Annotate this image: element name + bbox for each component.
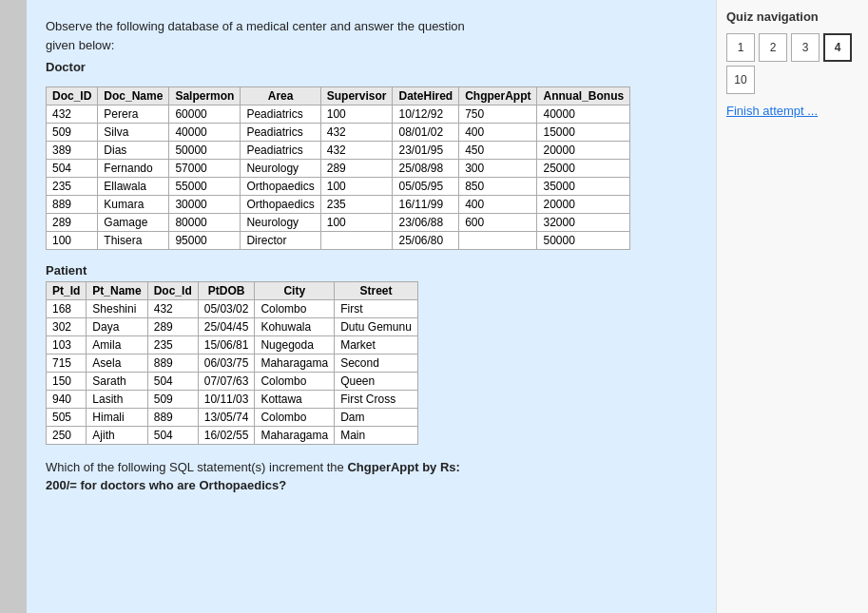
table-cell: 509 [147, 390, 198, 408]
table-cell: 40000 [169, 123, 241, 141]
nav-button-2[interactable]: 2 [759, 33, 787, 62]
table-cell: Maharagama [255, 426, 335, 444]
footer-q2: 200/= for doctors who are Orthopaedics? [46, 478, 286, 492]
table-row: 432Perera60000Peadiatrics10010/12/927504… [47, 105, 630, 123]
table-cell: 889 [147, 354, 198, 372]
table-cell: 95000 [169, 231, 241, 249]
table-cell: 25000 [537, 159, 630, 177]
table-cell: 432 [320, 123, 393, 141]
patient-col-header: PtDOB [198, 281, 255, 299]
table-cell: 15000 [537, 123, 630, 141]
table-cell: Himali [87, 408, 147, 426]
patient-col-header: Pt_Id [47, 281, 87, 299]
table-row: 889Kumara30000Orthopaedics23516/11/99400… [47, 195, 630, 213]
table-row: 235Ellawala55000Orthopaedics10005/05/958… [47, 177, 630, 195]
table-cell: 940 [47, 390, 87, 408]
table-cell: Kumara [98, 195, 169, 213]
table-row: 103Amila23515/06/81NugegodaMarket [47, 335, 418, 354]
doctor-col-header: DateHired [393, 86, 459, 105]
table-cell: Thisera [98, 231, 169, 249]
patient-col-header: Street [335, 281, 418, 299]
table-cell: 23/06/88 [393, 213, 459, 231]
table-row: 168Sheshini43205/03/02ColomboFirst [47, 299, 418, 317]
table-cell: 07/07/63 [198, 372, 255, 390]
nav-button-10[interactable]: 10 [726, 66, 755, 94]
table-cell: 06/03/75 [198, 354, 255, 372]
table-cell: 400 [459, 123, 537, 141]
table-row: 302Daya28925/04/45KohuwalaDutu Gemunu [47, 317, 418, 335]
table-cell: 289 [320, 159, 393, 177]
table-cell: Dias [98, 141, 169, 159]
table-cell: Dam [335, 408, 418, 426]
table-cell: 600 [459, 213, 537, 231]
table-row: 150Sarath50407/07/63ColomboQueen [47, 372, 418, 390]
table-cell: Colombo [255, 372, 335, 390]
nav-button-4[interactable]: 4 [823, 33, 852, 62]
table-cell: Main [335, 426, 418, 444]
table-cell: Lasith [87, 390, 147, 408]
quiz-nav-title: Quiz navigation [726, 10, 858, 24]
nav-button-3[interactable]: 3 [791, 33, 820, 62]
table-cell: 168 [47, 299, 87, 317]
table-cell: Ellawala [98, 177, 169, 195]
table-cell: 20000 [537, 195, 630, 213]
table-cell: 25/04/45 [198, 317, 255, 335]
nav-buttons: 123410 [726, 33, 858, 94]
table-cell: Gamage [98, 213, 169, 231]
table-row: 940Lasith50910/11/03KottawaFirst Cross [47, 390, 418, 408]
patient-col-header: Pt_Name [87, 281, 147, 299]
table-cell: First [335, 299, 418, 317]
table-cell: 432 [320, 141, 393, 159]
table-row: 250Ajith50416/02/55MaharagamaMain [47, 426, 418, 444]
table-cell: Kohuwala [255, 317, 335, 335]
table-cell: 103 [47, 335, 87, 354]
table-cell: 389 [47, 141, 98, 159]
table-cell: Sarath [87, 372, 147, 390]
table-cell: 250 [47, 426, 87, 444]
left-sidebar [0, 0, 27, 613]
footer-question: Which of the following SQL statement(s) … [46, 458, 697, 495]
table-cell: 05/05/95 [393, 177, 459, 195]
table-cell: Kottawa [255, 390, 335, 408]
table-cell: 432 [147, 299, 198, 317]
table-cell: 235 [147, 335, 198, 354]
main-content: Observe the following database of a medi… [27, 0, 716, 613]
table-cell: 432 [47, 105, 98, 123]
table-row: 509Silva40000Peadiatrics43208/01/0240015… [47, 123, 630, 141]
table-cell: Neurology [241, 159, 320, 177]
doctor-label: Doctor [46, 58, 697, 77]
table-cell: Dutu Gemunu [335, 317, 418, 335]
table-cell: 13/05/74 [198, 408, 255, 426]
table-cell: Asela [87, 354, 147, 372]
doctor-table: Doc_IDDoc_NameSalpermonAreaSupervisorDat… [46, 86, 630, 250]
table-cell: Nugegoda [255, 335, 335, 354]
table-cell [320, 231, 393, 249]
table-cell: Sheshini [87, 299, 147, 317]
table-cell: 08/01/02 [393, 123, 459, 141]
question-intro: Observe the following database of a medi… [46, 17, 697, 77]
table-cell: Colombo [255, 299, 335, 317]
table-cell: 20000 [537, 141, 630, 159]
table-cell: Maharagama [255, 354, 335, 372]
doctor-col-header: Supervisor [320, 86, 393, 105]
table-cell: 50000 [169, 141, 241, 159]
table-cell: 750 [459, 105, 537, 123]
table-cell: 100 [320, 105, 393, 123]
finish-attempt-link[interactable]: Finish attempt ... [726, 104, 858, 118]
patient-col-header: Doc_Id [147, 281, 198, 299]
table-cell: Fernando [98, 159, 169, 177]
nav-button-1[interactable]: 1 [726, 33, 755, 62]
table-row: 715Asela88906/03/75MaharagamaSecond [47, 354, 418, 372]
table-cell: Ajith [87, 426, 147, 444]
table-cell: 889 [47, 195, 98, 213]
table-cell: 504 [47, 159, 98, 177]
table-cell: Orthopaedics [241, 177, 320, 195]
doctor-col-header: Annual_Bonus [537, 86, 630, 105]
table-cell: Director [241, 231, 320, 249]
footer-q1: Which of the following SQL statement(s) … [46, 460, 347, 474]
table-row: 504Fernando57000Neurology28925/08/983002… [47, 159, 630, 177]
table-cell: 235 [320, 195, 393, 213]
doctor-col-header: Area [241, 86, 320, 105]
doctor-col-header: ChgperAppt [459, 86, 537, 105]
patient-table: Pt_IdPt_NameDoc_IdPtDOBCityStreet 168She… [46, 281, 418, 445]
